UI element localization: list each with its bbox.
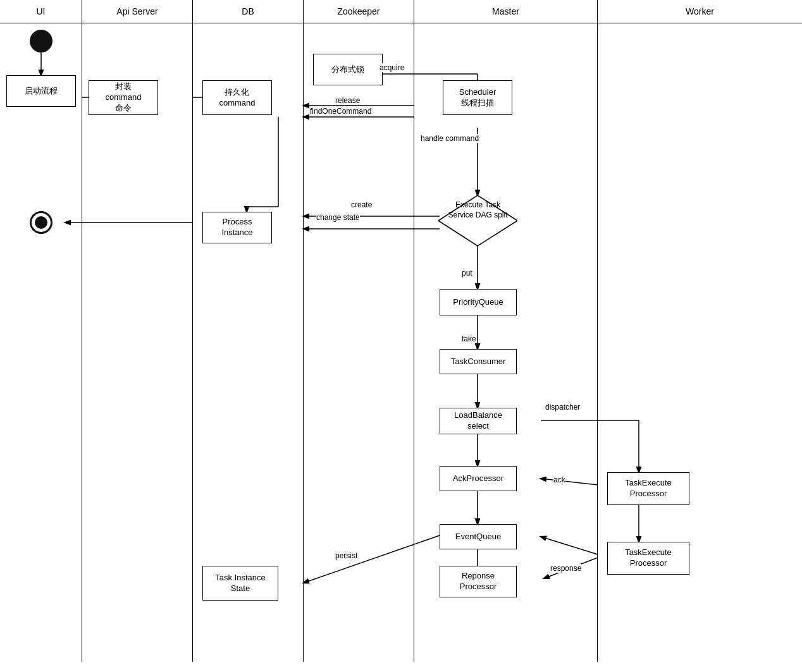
label-persist: persist: [335, 551, 357, 560]
encapsulate-command-box: 封装 command 命令: [89, 80, 158, 115]
label-handle-command: handle command: [421, 134, 479, 143]
label-response: response: [550, 564, 581, 573]
task-execute-processor-1-box: TaskExecute Processor: [607, 472, 689, 505]
columns-header: UI Api Server DB Zookeeper Master Worker: [0, 0, 802, 23]
event-queue-box: EventQueue: [440, 524, 517, 549]
task-execute-processor-2-box: TaskExecute Processor: [607, 542, 689, 575]
lane-api: [82, 23, 193, 662]
diagram-container: UI Api Server DB Zookeeper Master Worker: [0, 0, 802, 672]
col-header-api: Api Server: [82, 0, 193, 23]
label-ack: ack: [553, 475, 565, 484]
ack-processor-box: AckProcessor: [440, 466, 517, 491]
label-findonecommand: findOneCommand: [310, 107, 371, 116]
label-acquire: acquire: [379, 63, 404, 72]
label-dispatcher: dispatcher: [545, 403, 580, 412]
priority-queue-box: PriorityQueue: [440, 289, 517, 315]
col-header-zk: Zookeeper: [304, 0, 414, 23]
col-header-ui: UI: [0, 0, 82, 23]
label-create: create: [351, 200, 372, 209]
distributed-lock-box: 分布式锁: [313, 54, 383, 85]
diamond-container: Execute Task Service DAG split: [438, 195, 517, 246]
start-circle: [30, 30, 52, 52]
diagram-body: 启动流程 封装 command 命令 持久化 command 分布式锁 Sche…: [0, 23, 802, 662]
start-process-box: 启动流程: [6, 75, 76, 107]
process-instance-box: Process Instance: [202, 212, 272, 243]
col-header-db: DB: [193, 0, 304, 23]
label-put: put: [462, 269, 472, 278]
lane-zk: [304, 23, 414, 662]
task-instance-state-box: Task Instance State: [202, 566, 278, 601]
col-header-worker: Worker: [598, 0, 802, 23]
lane-ui: [0, 23, 82, 662]
persist-command-box: 持久化 command: [202, 80, 272, 115]
diamond-label: Execute Task Service DAG split: [448, 200, 508, 220]
reponse-processor-box: Reponse Processor: [440, 566, 517, 597]
col-header-master: Master: [414, 0, 598, 23]
task-consumer-box: TaskConsumer: [440, 349, 517, 374]
end-circle: [30, 211, 52, 234]
load-balance-box: LoadBalance select: [440, 408, 517, 434]
label-change-state: change state: [316, 213, 360, 222]
end-circle-inner: [35, 216, 47, 229]
label-release: release: [335, 96, 360, 105]
label-take: take: [462, 334, 476, 343]
scheduler-thread-box: Scheduler 线程扫描: [443, 80, 512, 115]
